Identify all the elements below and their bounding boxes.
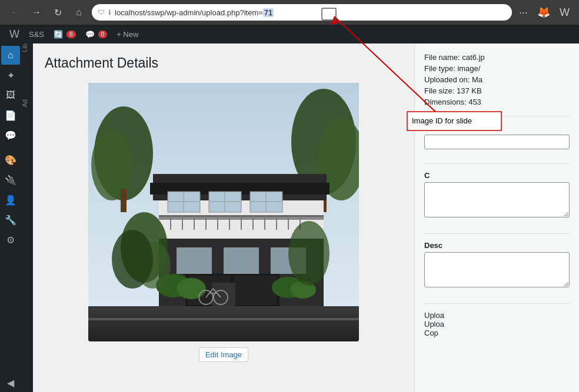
sidebar-item-settings[interactable]: ⚙ bbox=[1, 230, 20, 249]
file-type-label: File type: bbox=[424, 64, 455, 73]
description-section: Desc bbox=[424, 241, 570, 296]
browser-chrome: ← → ↻ ⌂ 🛡 ℹ localhost/sswp/wp-admin/uplo… bbox=[0, 0, 579, 25]
dimensions-label: Dimensions: bbox=[424, 98, 467, 106]
alt-text-section: Alternati bbox=[424, 123, 570, 156]
site-name-item[interactable]: S&S bbox=[24, 25, 49, 43]
svg-point-54 bbox=[112, 230, 153, 289]
file-name-label: File name: bbox=[424, 53, 460, 62]
file-name-value: cat6.jp bbox=[462, 53, 484, 62]
sidebar-item-pages[interactable]: 📄 bbox=[1, 106, 20, 125]
updates-icon: 🔄 bbox=[54, 30, 63, 39]
sidebar-item-media[interactable]: 🖼 bbox=[1, 86, 20, 105]
attachment-sidebar: File name: cat6.jp File type: image/ Upl… bbox=[414, 43, 579, 392]
file-name-meta: File name: cat6.jp bbox=[424, 53, 570, 62]
content-area: Attachment Details bbox=[33, 43, 579, 392]
wp-admin-bar: W S&S 🔄 8 💬 0 + New bbox=[0, 25, 579, 43]
url-base: localhost/sswp/wp-admin/upload.php?item= bbox=[115, 8, 263, 17]
caption-divider bbox=[424, 233, 570, 234]
wordpress-extension-button[interactable]: W bbox=[557, 4, 572, 21]
sidebar-item-plugins[interactable]: 🔌 bbox=[1, 170, 20, 189]
comments-item[interactable]: 💬 0 bbox=[81, 25, 112, 43]
info-icon: ℹ bbox=[108, 8, 111, 16]
sidebar-item-appearance[interactable]: 🎨 bbox=[1, 150, 20, 169]
dimensions-value: 453 bbox=[468, 98, 481, 106]
desc-divider bbox=[424, 303, 570, 304]
comments-icon: 💬 bbox=[85, 30, 95, 39]
dimensions-meta: Dimensions: 453 bbox=[424, 98, 570, 106]
file-type-value: image/ bbox=[457, 64, 480, 73]
upload-info-2: Uploa bbox=[424, 320, 570, 329]
page-wrapper: ← → ↻ ⌂ 🛡 ℹ localhost/sswp/wp-admin/uplo… bbox=[0, 0, 579, 392]
home-button[interactable]: ⌂ bbox=[71, 4, 87, 21]
library-label: Lib bbox=[21, 43, 28, 99]
svg-point-55 bbox=[288, 221, 330, 286]
meta-divider bbox=[424, 116, 570, 116]
copy-info: Cop bbox=[424, 329, 570, 337]
sidebar-item-tools[interactable]: 🔧 bbox=[1, 210, 20, 229]
svg-point-44 bbox=[177, 278, 206, 299]
wp-logo-item[interactable]: W bbox=[5, 25, 24, 43]
edit-image-button[interactable]: Edit Image bbox=[199, 347, 248, 362]
sidebar-item-posts[interactable]: ✦ bbox=[1, 66, 20, 85]
address-bar[interactable]: 🛡 ℹ localhost/sswp/wp-admin/upload.php?i… bbox=[92, 4, 512, 21]
add-label: Ad bbox=[21, 99, 28, 119]
alt-divider bbox=[424, 163, 570, 164]
updates-badge: 8 bbox=[66, 31, 76, 38]
main-content: Attachment Details bbox=[33, 43, 414, 392]
uploaded-on-value: Ma bbox=[472, 75, 482, 84]
svg-rect-1 bbox=[88, 306, 359, 341]
back-button[interactable]: ← bbox=[7, 4, 24, 21]
attachment-image-wrap: Edit Image bbox=[45, 83, 402, 362]
sidebar-item-users[interactable]: 👤 bbox=[1, 190, 20, 209]
new-content-button[interactable]: + New bbox=[112, 30, 143, 39]
alt-text-input[interactable] bbox=[424, 135, 570, 149]
file-size-meta: File size: 137 KB bbox=[424, 86, 570, 95]
alt-label: Alternati bbox=[424, 123, 570, 132]
attachment-image bbox=[88, 83, 359, 341]
wp-layout: ⌂ ✦ 🖼 📄 💬 🎨 🔌 👤 🔧 ⚙ ◀ Lib Ad Attachment … bbox=[0, 43, 579, 392]
file-size-label: File size: bbox=[424, 86, 454, 95]
pocket-button[interactable]: 🦊 bbox=[535, 4, 553, 21]
comments-badge: 0 bbox=[98, 31, 108, 38]
url-text: localhost/sswp/wp-admin/upload.php?item=… bbox=[115, 8, 506, 17]
browser-actions: ··· 🦊 W bbox=[517, 4, 572, 21]
sidebar-item-comments[interactable]: 💬 bbox=[1, 126, 20, 145]
svg-rect-41 bbox=[234, 276, 277, 305]
site-name: S&S bbox=[29, 30, 44, 39]
updates-item[interactable]: 🔄 8 bbox=[49, 25, 81, 43]
sidebar-item-collapse[interactable]: ◀ bbox=[1, 373, 20, 392]
forward-button[interactable]: → bbox=[28, 4, 45, 21]
wp-logo-icon: W bbox=[9, 28, 19, 41]
description-label: Desc bbox=[424, 241, 570, 250]
uploaded-on-meta: Uploaded on: Ma bbox=[424, 75, 570, 84]
upload-info-1: Uploa bbox=[424, 311, 570, 320]
description-input[interactable] bbox=[424, 252, 570, 287]
caption-label: C bbox=[424, 171, 570, 180]
house-image-svg bbox=[88, 83, 359, 341]
svg-rect-2 bbox=[88, 318, 359, 320]
url-id: 71 bbox=[263, 8, 274, 17]
caption-input[interactable] bbox=[424, 182, 570, 217]
svg-rect-36 bbox=[177, 247, 212, 274]
sidebar-labels: Lib Ad bbox=[21, 43, 33, 392]
uploaded-on-label: Uploaded on: bbox=[424, 75, 470, 84]
refresh-button[interactable]: ↻ bbox=[49, 4, 66, 21]
sidebar-item-dashboard[interactable]: ⌂ bbox=[1, 46, 20, 65]
attachment-meta: File name: cat6.jp File type: image/ Upl… bbox=[424, 53, 570, 106]
new-label: + New bbox=[117, 30, 138, 39]
file-type-meta: File type: image/ bbox=[424, 64, 570, 73]
svg-rect-5 bbox=[121, 189, 127, 212]
wp-sidebar: ⌂ ✦ 🖼 📄 💬 🎨 🔌 👤 🔧 ⚙ ◀ bbox=[0, 43, 21, 392]
file-size-value: 137 KB bbox=[457, 86, 482, 95]
svg-rect-37 bbox=[224, 247, 259, 274]
security-icon: 🛡 bbox=[98, 8, 105, 16]
caption-section: C bbox=[424, 171, 570, 226]
page-title: Attachment Details bbox=[45, 55, 402, 71]
more-options-button[interactable]: ··· bbox=[517, 4, 530, 21]
